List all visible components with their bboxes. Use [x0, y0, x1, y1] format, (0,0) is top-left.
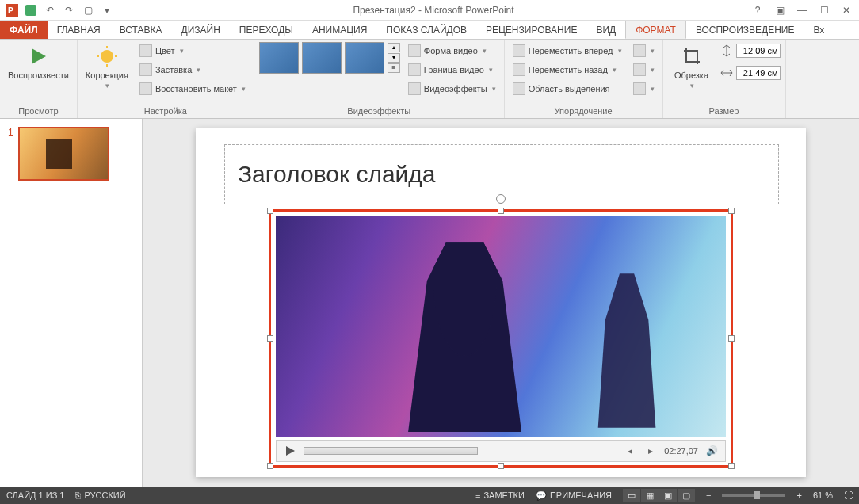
zoom-out-button[interactable]: − [706, 491, 711, 500]
language-button[interactable]: ⎘РУССКИЙ [75, 491, 125, 500]
slide-thumbnail[interactable]: 1 [8, 127, 134, 181]
reading-view-button[interactable]: ▣ [659, 489, 677, 502]
poster-frame-button[interactable]: Заставка▾ [136, 61, 249, 78]
undo-icon[interactable]: ↶ [41, 2, 59, 19]
volume-button[interactable]: 🔊 [704, 444, 719, 458]
chevron-down-icon: ▾ [489, 66, 493, 74]
resize-handle[interactable] [498, 463, 504, 469]
comments-icon: 💬 [536, 491, 547, 501]
svg-marker-9 [286, 446, 295, 456]
height-input[interactable] [736, 44, 781, 58]
slideshow-view-button[interactable]: ▢ [678, 489, 695, 502]
normal-view-button[interactable]: ▭ [623, 489, 640, 502]
notes-button[interactable]: ≡ЗАМЕТКИ [475, 491, 525, 500]
minimize-button[interactable]: — [792, 2, 811, 18]
video-border-button[interactable]: Граница видео▾ [405, 61, 499, 78]
reset-design-button[interactable]: Восстановить макет▾ [136, 80, 249, 97]
step-forward-button[interactable]: ▸ [643, 444, 658, 458]
width-field[interactable] [720, 64, 781, 82]
comments-button[interactable]: 💬ПРИМЕЧАНИЯ [536, 491, 612, 501]
close-button[interactable]: ✕ [837, 2, 856, 18]
resize-handle[interactable] [728, 335, 735, 342]
tab-design[interactable]: ДИЗАЙН [172, 21, 230, 39]
tab-slideshow[interactable]: ПОКАЗ СЛАЙДОВ [376, 21, 476, 39]
tab-overflow[interactable]: Вх [804, 21, 834, 39]
tab-insert[interactable]: ВСТАВКА [110, 21, 172, 39]
bring-forward-button[interactable]: Переместить вперед▾ [510, 42, 625, 59]
help-icon[interactable]: ? [748, 2, 767, 18]
tab-format[interactable]: ФОРМАТ [625, 21, 686, 39]
workspace: 1 Заголовок слайда [0, 119, 859, 487]
tab-review[interactable]: РЕЦЕНЗИРОВАНИЕ [476, 21, 586, 39]
tab-transitions[interactable]: ПЕРЕХОДЫ [230, 21, 303, 39]
slide-thumbnail-pane[interactable]: 1 [0, 119, 143, 487]
ribbon-tabs: ФАЙЛ ГЛАВНАЯ ВСТАВКА ДИЗАЙН ПЕРЕХОДЫ АНИ… [0, 21, 859, 40]
tab-playback[interactable]: ВОСПРОИЗВЕДЕНИЕ [686, 21, 804, 39]
start-from-beginning-icon[interactable]: ▢ [79, 2, 97, 19]
height-field[interactable] [720, 42, 781, 59]
play-preview-button[interactable]: Воспроизвести [5, 42, 72, 82]
zoom-level[interactable]: 61 % [813, 491, 833, 500]
tab-animations[interactable]: АНИМАЦИЯ [303, 21, 376, 39]
title-text: Заголовок слайда [238, 161, 436, 188]
style-preset[interactable] [302, 42, 342, 74]
resize-handle[interactable] [728, 463, 735, 469]
rotate-handle[interactable] [496, 194, 506, 204]
corrections-button[interactable]: Коррекция ▾ [82, 42, 132, 91]
rotate-button[interactable]: ▾ [630, 80, 658, 97]
crop-button[interactable]: Обрезка ▾ [668, 42, 716, 91]
tab-file[interactable]: ФАЙЛ [0, 21, 48, 39]
play-button[interactable] [283, 444, 297, 458]
group-preview: Воспроизвести Просмотр [0, 40, 78, 118]
width-input[interactable] [736, 66, 781, 80]
video-shape-button[interactable]: Форма видео▾ [405, 42, 499, 59]
save-icon[interactable] [22, 2, 40, 19]
slide-editor[interactable]: Заголовок слайда [143, 119, 859, 487]
slide-counter[interactable]: СЛАЙД 1 ИЗ 1 [6, 491, 64, 500]
qat-more-icon[interactable]: ▾ [98, 2, 116, 19]
video-frame[interactable] [276, 216, 726, 437]
quick-access-toolbar: P ↶ ↷ ▢ ▾ [0, 2, 119, 19]
status-bar: СЛАЙД 1 ИЗ 1 ⎘РУССКИЙ ≡ЗАМЕТКИ 💬ПРИМЕЧАН… [0, 487, 859, 504]
ribbon-options-icon[interactable]: ▣ [770, 2, 789, 18]
resize-handle[interactable] [267, 463, 273, 469]
maximize-button[interactable]: ☐ [815, 2, 834, 18]
resize-handle[interactable] [267, 208, 273, 214]
app-icon[interactable]: P [3, 2, 21, 19]
zoom-in-button[interactable]: + [796, 491, 801, 500]
resize-handle[interactable] [498, 208, 504, 214]
style-preset[interactable] [345, 42, 384, 74]
tab-view[interactable]: ВИД [586, 21, 625, 39]
group-adjust: Коррекция ▾ Цвет▾ Заставка▾ Восстановить… [78, 40, 254, 118]
chevron-down-icon: ▾ [492, 85, 496, 93]
title-bar: P ↶ ↷ ▢ ▾ Презентация2 - Microsoft Power… [0, 0, 859, 21]
selection-pane-button[interactable]: Область выделения [510, 80, 625, 97]
resize-handle[interactable] [267, 335, 273, 342]
group-button[interactable]: ▾ [630, 61, 658, 78]
gallery-scroll[interactable]: ▴▾≡ [388, 43, 400, 73]
resize-handle[interactable] [728, 208, 735, 214]
chevron-down-icon: ▾ [651, 66, 655, 74]
redo-icon[interactable]: ↷ [60, 2, 78, 19]
align-button[interactable]: ▾ [630, 42, 658, 59]
send-backward-icon [513, 63, 525, 76]
slide-canvas[interactable]: Заголовок слайда [196, 128, 806, 477]
progress-bar[interactable] [304, 447, 478, 455]
tab-home[interactable]: ГЛАВНАЯ [48, 21, 110, 39]
ribbon: Воспроизвести Просмотр Коррекция ▾ Цвет▾… [0, 40, 859, 119]
style-gallery[interactable]: ▴▾≡ [259, 42, 400, 74]
sorter-view-button[interactable]: ▦ [641, 489, 659, 502]
video-object-selected[interactable]: ◂ ▸ 02:27,07 🔊 [269, 209, 733, 468]
send-backward-button[interactable]: Переместить назад▾ [510, 61, 625, 78]
step-back-button[interactable]: ◂ [623, 444, 637, 458]
fit-to-window-button[interactable]: ⛶ [844, 491, 853, 500]
chevron-down-icon: ▾ [690, 82, 694, 90]
group-size: Обрезка ▾ Размер [663, 40, 786, 118]
crop-icon [679, 44, 704, 69]
color-button[interactable]: Цвет▾ [136, 42, 249, 59]
zoom-slider[interactable] [722, 494, 785, 497]
group-icon [633, 63, 646, 76]
style-preset[interactable] [259, 42, 299, 74]
video-effects-button[interactable]: Видеоэффекты▾ [405, 80, 499, 97]
thumbnail-image[interactable] [18, 127, 109, 181]
